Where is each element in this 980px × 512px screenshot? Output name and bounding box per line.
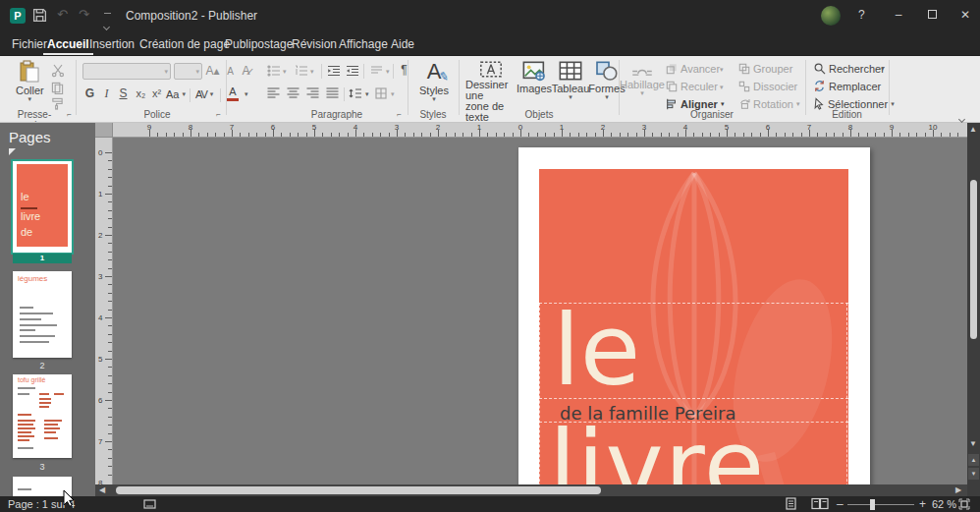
quick-access-dropdown-icon[interactable] <box>104 13 111 33</box>
tab-creation-de-page[interactable]: Création de page <box>136 34 234 55</box>
replace-button[interactable]: Remplacer <box>813 80 881 92</box>
paragraph-dialog-launcher-icon[interactable]: ⌐ <box>397 110 402 119</box>
group-button[interactable]: Grouper <box>738 63 792 75</box>
text-wrap-icon <box>631 60 653 78</box>
ruler-tick <box>108 367 112 368</box>
find-button[interactable]: Rechercher <box>813 62 885 75</box>
line-spacing-icon[interactable] <box>349 87 362 99</box>
clear-formatting-icon[interactable]: A̷ <box>239 64 253 78</box>
zoom-level[interactable]: 62 % <box>932 498 956 510</box>
zoom-in-button[interactable]: + <box>919 497 926 511</box>
ruler-tick <box>108 210 112 211</box>
clipboard-dialog-launcher-icon[interactable]: ⌐ <box>67 110 72 119</box>
next-page-button[interactable]: ▼ <box>968 468 979 480</box>
single-page-view-icon[interactable] <box>786 497 796 510</box>
send-backward-button[interactable]: Reculer <box>666 81 718 92</box>
two-page-spread-icon[interactable] <box>811 497 829 510</box>
bring-forward-button[interactable]: Avancer <box>666 63 720 75</box>
vertical-scrollbar[interactable]: ▲ ▼ ▲ ▼ <box>967 123 980 496</box>
ruler-tick <box>496 133 497 137</box>
table-button[interactable]: Tableau ▾ <box>552 60 589 100</box>
tab-affichage[interactable]: Affichage <box>335 34 392 55</box>
subscript-button[interactable]: x₂ <box>134 87 148 99</box>
cut-icon[interactable] <box>51 64 65 78</box>
ruler-tick <box>108 466 112 467</box>
page-thumbnail-1[interactable]: le livre de <box>13 161 72 253</box>
tab-revision[interactable]: Révision <box>288 34 341 55</box>
align-left-icon[interactable] <box>267 87 280 98</box>
redo-icon[interactable]: ↷ <box>79 7 89 22</box>
font-dialog-launcher-icon[interactable]: ⌐ <box>216 110 221 119</box>
align-center-icon[interactable] <box>287 87 299 98</box>
help-icon[interactable]: ? <box>858 8 865 22</box>
bullets-icon[interactable] <box>267 65 281 77</box>
send-backward-dropdown-icon[interactable]: ▾ <box>720 85 724 90</box>
tab-publipostage[interactable]: Publipostage <box>221 34 297 55</box>
zoom-out-button[interactable]: – <box>837 497 844 511</box>
paste-button[interactable]: Coller ▾ <box>16 60 44 102</box>
ruler-tick <box>198 133 199 137</box>
copy-icon[interactable] <box>51 82 64 94</box>
ruler-tick <box>224 133 225 137</box>
character-spacing-button[interactable]: AV▾ <box>195 88 213 100</box>
close-button[interactable]: ✕ <box>949 0 980 29</box>
previous-page-button[interactable]: ▲ <box>968 454 979 466</box>
scroll-down-icon[interactable]: ▼ <box>969 439 977 449</box>
find-dropdown-icon[interactable]: ▾ <box>881 66 885 72</box>
collapse-panel-arrow-icon[interactable] <box>9 148 16 155</box>
align-right-icon[interactable] <box>306 87 319 98</box>
vertical-scroll-thumb[interactable] <box>970 180 977 339</box>
font-color-dropdown-icon[interactable]: ▾ <box>245 91 248 97</box>
decrease-indent-icon[interactable] <box>327 65 341 77</box>
paragraph-spacing-icon[interactable] <box>370 65 383 77</box>
tab-aide[interactable]: Aide <box>387 34 418 55</box>
scroll-right-icon[interactable]: ▶ <box>955 485 961 495</box>
save-icon[interactable] <box>32 8 47 23</box>
account-avatar[interactable] <box>821 6 841 26</box>
show-formatting-marks-button[interactable]: ¶ <box>397 63 411 77</box>
publication-page[interactable]: le de la famille Pereira livre <box>518 147 870 484</box>
horizontal-scrollbar[interactable]: ◀ ▶ <box>95 484 967 496</box>
ruler-number: 6 <box>766 123 770 132</box>
justify-icon[interactable] <box>326 87 339 98</box>
increase-font-size-icon[interactable]: A▴ <box>205 64 220 78</box>
bring-forward-dropdown-icon[interactable]: ▾ <box>720 67 724 73</box>
minimize-button[interactable]: – <box>882 0 915 29</box>
font-color-button[interactable]: A <box>227 86 239 101</box>
underline-button[interactable]: S <box>116 86 131 100</box>
maximize-button[interactable] <box>915 0 949 29</box>
scroll-up-icon[interactable]: ▲ <box>969 125 977 135</box>
decrease-font-size-icon[interactable]: A <box>223 66 238 77</box>
font-name-combo[interactable]: ▾ <box>82 63 171 80</box>
cover-title-livre[interactable]: livre <box>549 423 765 484</box>
ruler-tick <box>166 133 167 137</box>
ungroup-button[interactable]: Dissocier <box>738 81 797 92</box>
scroll-left-icon[interactable]: ◀ <box>99 485 105 495</box>
font-size-combo[interactable]: ▾ <box>174 63 202 80</box>
page-thumbnail-3[interactable]: tofu grillé <box>13 374 72 458</box>
ruler-number: 2 <box>436 123 440 132</box>
images-button[interactable]: Images <box>517 60 551 94</box>
text-wrap-button[interactable]: Habillage ▾ <box>625 60 660 96</box>
vertical-ruler[interactable]: 012345678 <box>95 138 113 484</box>
undo-icon[interactable]: ↶ <box>57 7 68 22</box>
borders-icon[interactable] <box>375 87 387 99</box>
zoom-slider-track[interactable] <box>847 504 914 505</box>
numbering-icon[interactable] <box>295 65 308 77</box>
tab-insertion[interactable]: Insertion <box>85 34 138 55</box>
bold-button[interactable]: G <box>82 86 97 100</box>
change-case-button[interactable]: Aa▾ <box>166 88 186 100</box>
superscript-button[interactable]: x² <box>149 87 164 99</box>
cover-title-le[interactable]: le <box>553 307 640 395</box>
horizontal-scroll-thumb[interactable] <box>116 486 601 494</box>
ruler-tick <box>678 133 679 137</box>
document-canvas[interactable]: le de la famille Pereira livre <box>113 138 967 484</box>
page-thumbnail-2[interactable]: légumes <box>13 271 72 358</box>
horizontal-ruler[interactable]: 987654321012345678910 <box>113 123 967 138</box>
fit-page-icon[interactable] <box>958 498 970 510</box>
ruler-tick <box>108 293 112 294</box>
styles-button[interactable]: A ✎ Styles ▾ <box>416 60 452 102</box>
zoom-slider-thumb[interactable] <box>870 499 875 510</box>
italic-button[interactable]: I <box>99 86 114 101</box>
increase-indent-icon[interactable] <box>346 65 359 77</box>
